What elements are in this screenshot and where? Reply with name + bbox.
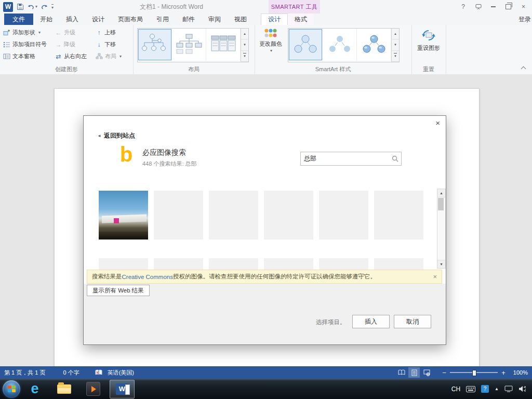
- promote-button[interactable]: ← 升级: [55, 26, 87, 38]
- sign-in-link[interactable]: 登录: [518, 14, 531, 25]
- style-scroll-up-button[interactable]: ▲: [392, 29, 399, 39]
- style-option-3[interactable]: [357, 29, 391, 61]
- save-button[interactable]: [17, 3, 24, 10]
- layout-option-3[interactable]: [206, 29, 241, 61]
- layout-option-2[interactable]: [172, 29, 206, 61]
- read-mode-button[interactable]: [396, 367, 407, 378]
- add-shape-button[interactable]: 添加形状 ▾: [3, 26, 47, 38]
- change-colors-button[interactable]: 更改颜色 ▾: [256, 28, 286, 53]
- tab-references[interactable]: 引用: [150, 14, 176, 25]
- image-search-input[interactable]: [301, 155, 392, 163]
- image-result-tile[interactable]: [264, 191, 313, 240]
- creative-commons-link[interactable]: Creative Commons: [122, 274, 173, 280]
- ribbon-display-options-button[interactable]: [471, 0, 486, 14]
- chevron-down-icon: ▾: [51, 4, 54, 10]
- repeat-button[interactable]: [41, 4, 48, 10]
- move-up-button[interactable]: ↑ 上移: [96, 26, 122, 38]
- right-to-left-button[interactable]: ⇄ 从右向左: [55, 50, 87, 62]
- image-result-tile[interactable]: [209, 191, 258, 240]
- cancel-button[interactable]: 取消: [394, 315, 431, 328]
- change-colors-label: 更改颜色: [259, 40, 282, 48]
- results-scrollbar[interactable]: ▲ ▼: [437, 189, 446, 269]
- zoom-in-button[interactable]: +: [500, 369, 507, 377]
- move-down-button[interactable]: ↓ 下移: [96, 38, 122, 50]
- start-button[interactable]: [3, 380, 20, 398]
- text-pane-button[interactable]: 文本窗格: [3, 50, 47, 62]
- back-to-sites-link[interactable]: ◄ 返回到站点: [97, 131, 135, 140]
- style-gallery-more-button[interactable]: ▼: [392, 51, 399, 62]
- word-logo-letter: W: [5, 3, 11, 10]
- input-language-indicator[interactable]: CH: [451, 385, 460, 393]
- move-up-icon: ↑: [96, 30, 102, 36]
- group-create-graphic: 添加形状 ▾ 添加项目符号 文本窗格 ← 升级 →: [0, 25, 134, 74]
- tab-view[interactable]: 视图: [228, 14, 254, 25]
- action-center-icon[interactable]: [504, 385, 513, 392]
- proofing-status-button[interactable]: [95, 369, 102, 376]
- scroll-up-button[interactable]: ▲: [437, 189, 445, 197]
- style-outline-thumb: [326, 33, 354, 57]
- tab-smartart-design[interactable]: 设计: [261, 14, 288, 25]
- text-pane-label: 文本窗格: [12, 52, 35, 60]
- zoom-out-button[interactable]: −: [441, 369, 448, 377]
- insert-button[interactable]: 插入: [352, 315, 390, 328]
- tab-review[interactable]: 审阅: [202, 14, 228, 25]
- demote-button[interactable]: → 降级: [55, 38, 87, 50]
- image-result-tile[interactable]: [154, 191, 203, 240]
- minimize-button[interactable]: [486, 0, 501, 14]
- word-count[interactable]: 0 个字: [63, 369, 79, 377]
- add-bullet-button[interactable]: 添加项目符号: [3, 38, 47, 50]
- show-hidden-icons-button[interactable]: ▲: [495, 387, 499, 391]
- taskbar-media-button[interactable]: [78, 379, 108, 399]
- tab-mailings[interactable]: 邮件: [176, 14, 202, 25]
- taskbar-explorer-button[interactable]: [49, 379, 78, 399]
- back-to-sites-label: 返回到站点: [104, 131, 135, 140]
- notice-close-button[interactable]: ×: [433, 273, 437, 281]
- reset-graphic-button[interactable]: 重设图形: [413, 28, 444, 52]
- zoom-slider[interactable]: [450, 372, 498, 373]
- keyboard-icon[interactable]: [466, 386, 475, 392]
- tab-smartart-format[interactable]: 格式: [288, 14, 314, 25]
- restore-button[interactable]: [501, 0, 516, 14]
- customize-qat-button[interactable]: ▾: [51, 4, 54, 10]
- image-result-tile[interactable]: [99, 191, 148, 240]
- web-layout-button[interactable]: [421, 367, 432, 378]
- image-result-tile[interactable]: [374, 191, 423, 240]
- tab-design[interactable]: 设计: [85, 14, 111, 25]
- scroll-down-button[interactable]: ▼: [437, 260, 445, 268]
- layout-gallery-more-button[interactable]: ▼: [241, 51, 248, 62]
- layout-scroll-down-button[interactable]: ▼: [241, 39, 248, 50]
- tab-insert[interactable]: 插入: [59, 14, 85, 25]
- layout-scroll-up-button[interactable]: ▲: [241, 29, 248, 39]
- tab-page-layout[interactable]: 页面布局: [111, 14, 150, 25]
- image-result-tile[interactable]: [319, 191, 368, 240]
- layout-option-1[interactable]: [138, 29, 172, 61]
- style-option-1[interactable]: [288, 29, 323, 61]
- taskbar-word-button[interactable]: W: [110, 380, 135, 398]
- ime-help-button[interactable]: ?: [481, 385, 489, 393]
- repeat-icon: [41, 4, 48, 10]
- volume-icon[interactable]: [518, 385, 526, 392]
- search-button[interactable]: [392, 155, 398, 162]
- status-bar: 第 1 页，共 1 页 0 个字 英语(美国) − + 100%: [0, 366, 532, 379]
- show-all-web-results-button[interactable]: 显示所有 Web 结果: [87, 285, 150, 296]
- help-button[interactable]: ?: [456, 0, 471, 14]
- style-scroll-down-button[interactable]: ▼: [392, 39, 399, 50]
- taskbar-ie-button[interactable]: e: [20, 379, 49, 399]
- close-button[interactable]: ×: [516, 0, 531, 14]
- page-indicator[interactable]: 第 1 页，共 1 页: [4, 369, 45, 377]
- layout-button[interactable]: 布局 ▾: [96, 50, 122, 62]
- image-results-row-1: [99, 191, 423, 240]
- photo-ground: [99, 232, 148, 240]
- print-layout-button[interactable]: [408, 367, 420, 378]
- tab-home[interactable]: 开始: [33, 14, 59, 25]
- zoom-slider-thumb[interactable]: [472, 370, 476, 376]
- zoom-level[interactable]: 100%: [509, 369, 528, 376]
- language-indicator[interactable]: 英语(美国): [108, 369, 134, 377]
- collapse-ribbon-button[interactable]: [518, 65, 528, 72]
- undo-button[interactable]: ▾: [28, 4, 37, 10]
- style-option-2[interactable]: [323, 29, 357, 61]
- tab-file[interactable]: 文件: [4, 14, 33, 25]
- scrollbar-thumb[interactable]: [438, 198, 444, 210]
- ribbon-tab-bar: 文件 开始 插入 设计 页面布局 引用 邮件 审阅 视图 设计 格式 登录: [0, 14, 532, 25]
- dialog-close-button[interactable]: ×: [435, 118, 440, 127]
